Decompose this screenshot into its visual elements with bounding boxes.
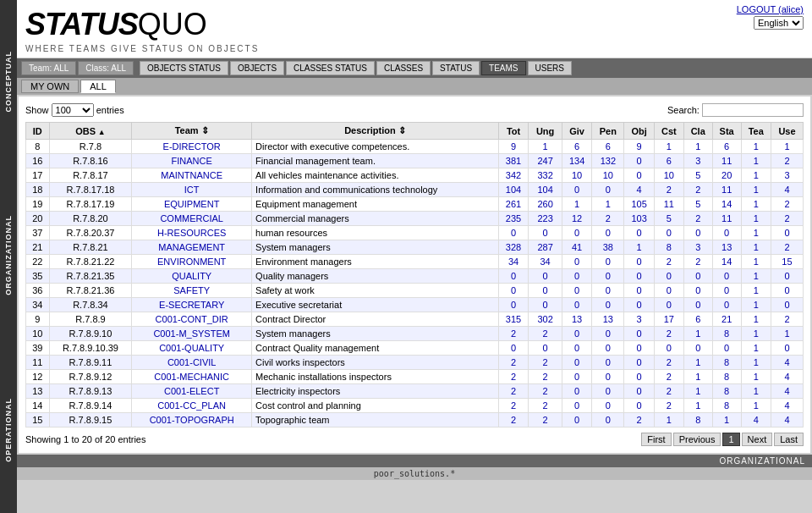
col-ung[interactable]: Ung — [529, 123, 562, 140]
table-row: 14R.7.8.9.14C001-CC_PLANCost control and… — [26, 399, 804, 413]
tab-classes-status[interactable]: CLASSES STATUS — [286, 61, 375, 75]
language-dropdown[interactable]: English — [754, 16, 804, 30]
table-row: 19R.7.8.17.19EQUIPMENTEquipment manageme… — [26, 197, 804, 212]
table-footer: Showing 1 to 20 of 20 entries First Prev… — [25, 433, 804, 446]
data-table: ID OBS Team ⇕ Description ⇕ Tot Ung Giv … — [25, 122, 804, 428]
table-row: 15R.7.8.9.15C001-TOPOGRAPHTopographic te… — [26, 413, 804, 428]
class-filter[interactable]: Class: ALL — [78, 61, 134, 75]
left-label-operational: OPERATIONAL — [4, 398, 13, 462]
table-row: 12R.7.8.9.12C001-MECHANICMechanic instal… — [26, 370, 804, 384]
table-row: 18R.7.8.17.18ICTInformation and communic… — [26, 183, 804, 197]
sub-nav: MY OWN ALL — [17, 78, 812, 95]
logout-link[interactable]: LOGOUT (alice) — [737, 4, 804, 14]
first-page-btn[interactable]: First — [641, 433, 671, 446]
table-row: 39R.7.8.9.10.39C001-QUALITYContract Qual… — [26, 341, 804, 356]
top-right: LOGOUT (alice) English — [737, 4, 804, 30]
table-row: 22R.7.8.21.22ENVIRONMENTEnvironment mana… — [26, 255, 804, 269]
table-row: 21R.7.8.21MANAGEMENTSystem managers32828… — [26, 240, 804, 255]
left-label-conceptual: CONCEPTUAL — [4, 51, 13, 113]
table-row: 8R.7.8E-DIRECTORDirector with executive … — [26, 140, 804, 154]
tab-classes[interactable]: CLASSES — [376, 61, 431, 75]
tab-teams[interactable]: TEAMS — [481, 61, 525, 75]
left-bar: CONCEPTUAL ORGANIZATIONAL OPERATIONAL — [0, 0, 17, 480]
tab-objects[interactable]: OBJECTS — [230, 61, 284, 75]
left-label-organizational: ORGANIZATIONAL — [4, 215, 13, 295]
table-row: 17R.7.8.17MAINTNANCEAll vehicles mainten… — [26, 168, 804, 183]
table-row: 9R.7.8.9C001-CONT_DIRContract Director31… — [26, 312, 804, 327]
col-team[interactable]: Team ⇕ — [132, 123, 252, 140]
table-row: 11R.7.8.9.11C001-CIVILCivil works inspec… — [26, 356, 804, 370]
col-tea[interactable]: Tea — [741, 123, 771, 140]
tab-users[interactable]: USERS — [528, 61, 572, 75]
table-row: 16R.7.8.16FINANCEFinancial management te… — [26, 154, 804, 168]
tab-status[interactable]: STATUS — [432, 61, 480, 75]
search-input[interactable] — [702, 103, 804, 117]
table-controls: Show 100 25 50 entries Search: — [25, 103, 804, 117]
previous-page-btn[interactable]: Previous — [673, 433, 721, 446]
logo-quo: QUO — [138, 7, 207, 42]
show-label: Show — [25, 105, 49, 115]
col-cla[interactable]: Cla — [683, 123, 712, 140]
show-entries: Show 100 25 50 entries — [25, 103, 124, 117]
logo: STATUSQUO — [25, 7, 804, 42]
footer-text: poor_solutions.* — [17, 467, 812, 480]
last-page-btn[interactable]: Last — [774, 433, 804, 446]
col-obj[interactable]: Obj — [624, 123, 655, 140]
subtab-all[interactable]: ALL — [80, 80, 116, 93]
table-row: 37R.7.8.20.37H-RESOURCEShuman resources0… — [26, 226, 804, 240]
table-body: 8R.7.8E-DIRECTORDirector with executive … — [26, 140, 804, 428]
col-tot[interactable]: Tot — [498, 123, 529, 140]
col-use[interactable]: Use — [771, 123, 803, 140]
next-page-btn[interactable]: Next — [742, 433, 773, 446]
table-row: 35R.7.8.21.35QUALITYQuality managers0000… — [26, 269, 804, 284]
col-cst[interactable]: Cst — [654, 123, 683, 140]
subtab-my-own[interactable]: MY OWN — [21, 80, 79, 93]
col-pen[interactable]: Pen — [592, 123, 624, 140]
col-giv[interactable]: Giv — [562, 123, 592, 140]
table-row: 13R.7.8.9.13C001-ELECTElectricity inspec… — [26, 384, 804, 399]
showing-entries: Showing 1 to 20 of 20 entries — [25, 434, 145, 444]
bottom-bar: ORGANIZATIONAL — [17, 455, 812, 467]
table-row: 36R.7.8.21.36SAFETYSafety at work0000000… — [26, 284, 804, 298]
table-row: 10R.7.8.9.10C001-M_SYSTEMSystem managers… — [26, 327, 804, 341]
language-selector[interactable]: English — [737, 16, 804, 30]
pagination: First Previous 1 Next Last — [641, 433, 804, 446]
col-sta[interactable]: Sta — [712, 123, 741, 140]
entries-select[interactable]: 100 25 50 — [52, 103, 94, 117]
entries-label: entries — [96, 105, 124, 115]
table-row: 34R.7.8.34E-SECRETARYExecutive secretari… — [26, 298, 804, 312]
content-area: Show 100 25 50 entries Search: ID — [19, 97, 810, 453]
col-obs[interactable]: OBS — [49, 123, 132, 140]
header: STATUSQUO WHERE TEAMS GIVE STATUS ON OBJ… — [17, 0, 812, 58]
team-filter[interactable]: Team: ALL — [21, 61, 76, 75]
col-description[interactable]: Description ⇕ — [252, 123, 499, 140]
logo-tagline: WHERE TEAMS GIVE STATUS ON OBJECTS — [25, 44, 804, 53]
current-page-btn[interactable]: 1 — [722, 433, 739, 446]
search-label: Search: — [667, 105, 700, 115]
search-area: Search: — [667, 103, 804, 117]
nav-bar: Team: ALL Class: ALL OBJECTS STATUS OBJE… — [17, 58, 812, 78]
col-id[interactable]: ID — [26, 123, 50, 140]
logo-status: STATUS — [25, 7, 138, 42]
tab-objects-status[interactable]: OBJECTS STATUS — [140, 61, 228, 75]
table-row: 20R.7.8.20COMMERCIALCommercial managers2… — [26, 212, 804, 226]
